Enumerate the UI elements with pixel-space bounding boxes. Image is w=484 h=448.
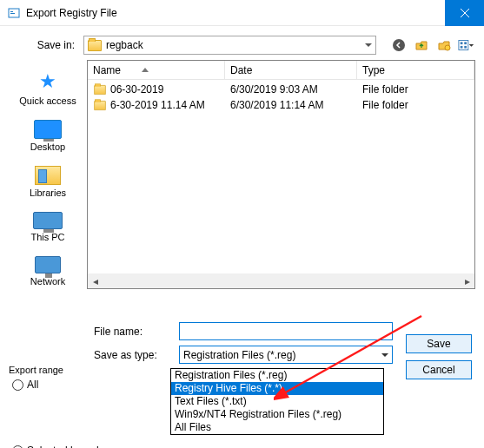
filetype-option[interactable]: Text Files (*.txt)	[171, 395, 383, 408]
svg-rect-1	[10, 11, 13, 12]
column-type[interactable]: Type	[357, 61, 474, 79]
svg-rect-2	[10, 13, 15, 14]
libraries-icon	[35, 166, 61, 185]
file-list-area: Name Date Type 06-30-20196/30/2019 9:03 …	[87, 60, 475, 289]
desktop-icon	[34, 120, 62, 139]
filetype-option[interactable]: All Files	[171, 421, 383, 434]
svg-rect-8	[461, 42, 463, 44]
save-as-type-label: Save as type:	[87, 349, 179, 361]
file-name-label: File name:	[87, 326, 179, 338]
svg-rect-7	[459, 41, 468, 50]
save-in-value: regback	[106, 39, 143, 51]
save-as-type-combo[interactable]: Registration Files (*.reg)	[179, 346, 393, 364]
file-row[interactable]: 6-30-2019 11.14 AM6/30/2019 11:14 AMFile…	[88, 97, 474, 113]
save-button[interactable]: Save	[406, 334, 472, 353]
radio-icon	[12, 445, 23, 449]
this-pc-icon	[33, 212, 63, 229]
filetype-option[interactable]: Registration Files (*.reg)	[171, 369, 383, 382]
save-as-type-dropdown[interactable]: Registration Files (*.reg)Registry Hive …	[170, 368, 384, 435]
back-button[interactable]	[390, 36, 408, 54]
places-libraries[interactable]: Libraries	[9, 161, 87, 207]
places-desktop[interactable]: Desktop	[9, 115, 87, 161]
save-in-label: Save in:	[9, 39, 83, 51]
folder-icon	[88, 40, 102, 51]
window-title: Export Registry File	[26, 7, 445, 19]
file-name-input[interactable]	[179, 322, 393, 340]
titlebar: Export Registry File	[0, 0, 484, 26]
horizontal-scrollbar[interactable]: ◂ ▸	[88, 273, 474, 288]
scroll-right-icon[interactable]: ▸	[460, 273, 474, 288]
sort-ascending-icon	[142, 68, 149, 72]
radio-icon	[12, 379, 23, 391]
up-one-level-button[interactable]	[413, 36, 430, 54]
network-icon	[35, 256, 61, 273]
svg-point-6	[445, 45, 450, 50]
places-network[interactable]: Network	[9, 251, 87, 295]
places-this-pc[interactable]: This PC	[9, 207, 87, 251]
close-button[interactable]	[445, 0, 484, 26]
chevron-down-icon	[365, 43, 372, 47]
file-row[interactable]: 06-30-20196/30/2019 9:03 AMFile folder	[88, 82, 474, 97]
view-menu-button[interactable]	[458, 36, 475, 54]
svg-point-5	[393, 39, 405, 51]
folder-icon	[94, 84, 106, 94]
places-bar: ★ Quick access Desktop Libraries This PC…	[9, 60, 87, 317]
svg-rect-11	[464, 46, 467, 49]
column-date[interactable]: Date	[225, 61, 357, 79]
chevron-down-icon	[381, 353, 388, 357]
app-icon	[7, 6, 21, 20]
export-selected-branch-radio[interactable]: Selected branch	[12, 445, 475, 448]
folder-icon	[94, 100, 106, 109]
star-icon: ★	[39, 70, 56, 93]
column-name[interactable]: Name	[88, 61, 225, 79]
new-folder-button[interactable]	[435, 36, 453, 54]
filetype-option[interactable]: Win9x/NT4 Registration Files (*.reg)	[171, 408, 383, 421]
places-quick-access[interactable]: ★ Quick access	[9, 65, 87, 115]
file-list-header[interactable]: Name Date Type	[88, 61, 474, 80]
save-in-combo[interactable]: regback	[83, 36, 376, 55]
filetype-option[interactable]: Registry Hive Files (*.*)	[171, 382, 383, 395]
svg-rect-10	[461, 46, 463, 49]
scroll-left-icon[interactable]: ◂	[88, 273, 103, 288]
svg-rect-9	[464, 42, 467, 44]
